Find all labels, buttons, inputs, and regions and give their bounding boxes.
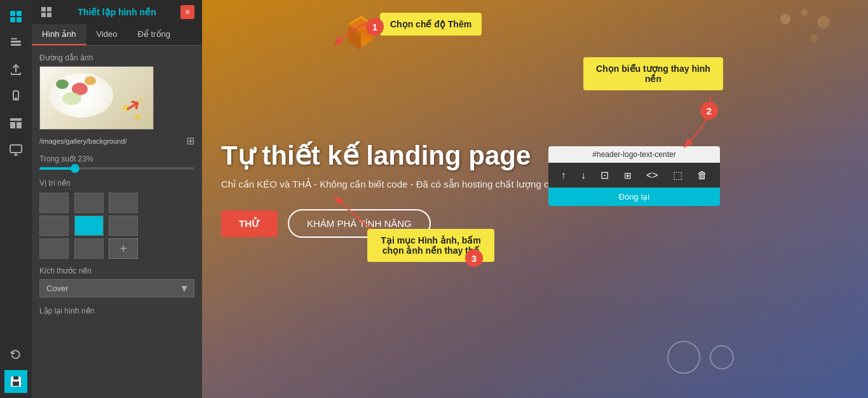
- tab-empty[interactable]: Để trống: [128, 24, 180, 45]
- callout-1: Chọn chế độ Thêm: [380, 13, 482, 36]
- svg-point-26: [780, 14, 790, 24]
- svg-rect-2: [10, 17, 15, 22]
- main-canvas: Tự thiết kế landing page Chỉ cần KÉO và …: [202, 0, 868, 398]
- toolbar-mobile-icon[interactable]: [4, 85, 27, 108]
- svg-rect-3: [17, 17, 22, 22]
- size-label: Kích thước nền: [39, 266, 194, 275]
- svg-rect-10: [10, 122, 15, 128]
- svg-point-27: [801, 10, 808, 16]
- toolbar-close-button[interactable]: Đóng lại: [548, 188, 720, 206]
- preview-arrow: ➜: [120, 92, 145, 119]
- opacity-fill: [39, 167, 75, 170]
- position-cell-tr[interactable]: [109, 193, 138, 213]
- toolbar-grid-icon2[interactable]: ⊞: [620, 168, 635, 183]
- image-path-text: /images/gallery/background/: [39, 137, 182, 145]
- svg-point-8: [15, 98, 17, 99]
- svg-rect-18: [47, 7, 51, 11]
- toolbar-save-icon[interactable]: [4, 370, 27, 393]
- toolbar-monitor-icon[interactable]: [4, 139, 27, 161]
- step-badge-3: 3: [465, 249, 483, 267]
- toolbar-grid-icon[interactable]: [4, 5, 27, 28]
- position-cell-bl[interactable]: [39, 238, 69, 259]
- panel-grid-icon: [39, 5, 53, 19]
- element-toolbar-popup: #header-logo-text-center ↑ ↓ ⊡ ⊞ <> ⬚ 🗑 …: [548, 146, 720, 206]
- left-toolbar: [0, 0, 32, 398]
- toolbar-delete-icon[interactable]: 🗑: [693, 167, 711, 184]
- svg-rect-9: [10, 118, 22, 121]
- background-settings-panel: Thiết lập hình nền × Hình ảnh Video Để t…: [32, 0, 202, 398]
- svg-rect-17: [41, 7, 46, 11]
- svg-point-28: [817, 16, 830, 29]
- try-button[interactable]: THỬ: [221, 210, 278, 237]
- opacity-section: Trong suốt 23%: [39, 154, 194, 170]
- svg-rect-4: [11, 41, 21, 43]
- position-cell-bc[interactable]: [74, 238, 104, 259]
- position-grid: +: [39, 193, 141, 259]
- toolbar-layout-icon[interactable]: [4, 112, 27, 135]
- svg-point-31: [710, 346, 733, 369]
- svg-rect-15: [13, 376, 18, 380]
- svg-rect-16: [13, 381, 19, 386]
- size-select[interactable]: Cover Contain Auto: [39, 279, 194, 298]
- svg-rect-0: [10, 11, 15, 16]
- toolbar-code-icon[interactable]: <>: [642, 167, 662, 184]
- svg-rect-19: [41, 13, 46, 17]
- toolbar-move-down-icon[interactable]: ↓: [577, 167, 590, 184]
- svg-point-30: [668, 341, 700, 373]
- tab-image[interactable]: Hình ảnh: [32, 24, 86, 45]
- hero-title: Tự thiết kế landing page: [221, 140, 868, 171]
- opacity-thumb[interactable]: [71, 164, 79, 173]
- position-label: Vị trí nền: [39, 179, 194, 188]
- grid-view-icon[interactable]: ⊞: [186, 135, 194, 147]
- tab-video[interactable]: Video: [86, 24, 128, 45]
- svg-point-29: [810, 34, 818, 42]
- toolbar-frame-icon[interactable]: ⊡: [597, 167, 613, 184]
- position-cell-mc[interactable]: [74, 216, 104, 236]
- svg-rect-5: [11, 44, 21, 46]
- position-cell-tc[interactable]: [74, 193, 104, 213]
- element-selector-label: #header-logo-text-center: [548, 146, 720, 163]
- panel-title: Thiết lập hình nền: [78, 7, 156, 17]
- toolbar-move-up-icon[interactable]: ↑: [557, 167, 570, 184]
- panel-close-button[interactable]: ×: [180, 5, 194, 19]
- image-path-label: Đường dẫn ảnh: [39, 53, 194, 62]
- panel-header: Thiết lập hình nền ×: [32, 0, 202, 24]
- opacity-label: Trong suốt 23%: [39, 154, 194, 163]
- deco-top-right: [773, 6, 836, 47]
- size-select-wrapper: Cover Contain Auto ▼: [39, 279, 194, 298]
- panel-tabs: Hình ảnh Video Để trống: [32, 24, 202, 46]
- svg-rect-12: [10, 145, 22, 153]
- step-badge-2: 2: [700, 102, 718, 120]
- hero-section: Tự thiết kế landing page Chỉ cần KÉO và …: [221, 140, 868, 238]
- toolbar-undo-icon[interactable]: [4, 343, 27, 366]
- size-section: Kích thước nền Cover Contain Auto ▼: [39, 266, 194, 298]
- step-badge-1: 1: [366, 18, 384, 36]
- position-cell-tl[interactable]: [39, 193, 69, 213]
- svg-rect-11: [17, 122, 22, 128]
- hero-subtitle: Chỉ cần KÉO và THẢ - Không cần biết code…: [221, 179, 868, 190]
- deco-bottom: [665, 332, 741, 385]
- position-cell-ml[interactable]: [39, 216, 69, 236]
- hero-buttons: THỬ KHÁM PHÁ TÍNH NĂNG: [221, 209, 868, 238]
- svg-rect-6: [11, 38, 17, 39]
- toolbar-upload-icon[interactable]: [4, 58, 27, 81]
- toolbar-copy-icon[interactable]: ⬚: [669, 167, 686, 184]
- svg-rect-20: [47, 13, 51, 17]
- opacity-track[interactable]: [39, 167, 194, 170]
- image-preview[interactable]: ➜: [39, 66, 154, 130]
- position-add-button[interactable]: +: [109, 238, 138, 259]
- image-path-row: /images/gallery/background/ ⊞: [39, 135, 194, 147]
- svg-rect-1: [17, 11, 22, 16]
- element-toolbar-icons: ↑ ↓ ⊡ ⊞ <> ⬚ 🗑: [548, 163, 720, 188]
- panel-body: Đường dẫn ảnh ➜ /images/gallery/back: [32, 46, 202, 398]
- position-cell-mr[interactable]: [109, 216, 138, 236]
- repeat-label: Lặp lại hình nền: [39, 306, 194, 315]
- callout-2: Chọn biểu tượng thay hình nền: [583, 57, 723, 90]
- position-section: Vị trí nền +: [39, 179, 194, 259]
- toolbar-layers-icon[interactable]: [4, 32, 27, 55]
